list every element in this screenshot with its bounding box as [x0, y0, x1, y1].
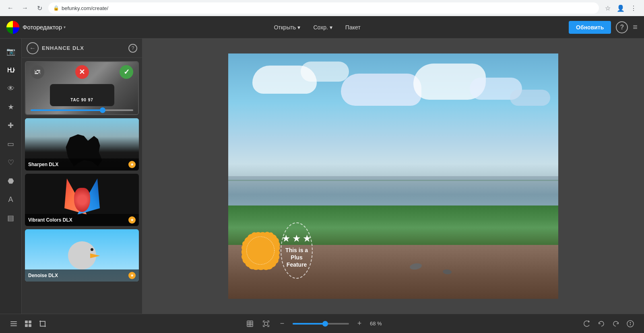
browser-bar: ← → ↻ 🔒 befunky.com/create/ ☆ 👤 ⋮: [0, 0, 644, 16]
sharpen-item[interactable]: Sharpen DLX ★: [25, 118, 139, 171]
svg-rect-17: [29, 321, 31, 323]
svg-point-27: [630, 322, 631, 323]
toolbar-star-btn[interactable]: ★: [3, 99, 19, 115]
badge-line1: This is a Plus: [285, 247, 308, 261]
confirm-control-btn[interactable]: ✓: [120, 65, 133, 79]
panel-title: ENHANCE DLX: [42, 45, 125, 51]
app-title-btn[interactable]: Фоторедактор ▾: [23, 24, 66, 31]
photo-container: ★ ★ ★ This is a Plus Feature: [228, 53, 558, 299]
save-menu[interactable]: Сохр. ▾: [313, 24, 332, 31]
bottom-left-tools: [8, 318, 48, 329]
badge-line2: Feature: [287, 261, 307, 268]
svg-rect-25: [264, 322, 268, 325]
panel-help-button[interactable]: ?: [128, 44, 137, 53]
svg-point-11: [38, 73, 40, 74]
crop-button[interactable]: [37, 318, 48, 329]
layers-button[interactable]: [8, 318, 19, 329]
vibrant-item[interactable]: Vibrant Colors DLX ★: [25, 174, 139, 226]
badge-inner: ★ ★ ★ This is a Plus Feature: [281, 222, 313, 279]
badge-text: This is a Plus Feature: [281, 247, 312, 269]
svg-rect-15: [10, 321, 17, 322]
app-bar-center: Открыть ▾ Сохр. ▾ Пакет: [66, 24, 569, 31]
bookmark-button[interactable]: ☆: [602, 2, 613, 14]
settings-control-btn[interactable]: [31, 65, 44, 79]
help-button[interactable]: ?: [616, 21, 628, 33]
badge-star-2: ★: [292, 233, 301, 244]
vibrant-label: Vibrant Colors DLX ★: [25, 214, 139, 226]
back-button[interactable]: ←: [5, 2, 16, 14]
svg-point-9: [35, 70, 37, 71]
grid-button[interactable]: [23, 318, 34, 329]
active-panel-item[interactable]: ✕ ✓: [25, 61, 139, 115]
toolbar-hex-btn[interactable]: ⬣: [3, 173, 19, 189]
slider-thumb[interactable]: [100, 107, 105, 113]
toolbar-rect-btn[interactable]: ▭: [3, 136, 19, 152]
vibrant-plus-badge: ★: [128, 216, 136, 224]
slider-track: [31, 109, 133, 111]
denoise-plus-badge: ★: [128, 272, 136, 279]
zoom-slider-thumb[interactable]: [322, 321, 328, 327]
side-panel: ← ENHANCE DLX ?: [22, 39, 142, 314]
cancel-control-btn[interactable]: ✕: [75, 65, 89, 79]
upgrade-button[interactable]: Обновить: [569, 21, 611, 34]
svg-rect-19: [29, 324, 31, 327]
zoom-out-button[interactable]: −: [277, 318, 288, 329]
account-button[interactable]: 👤: [615, 2, 626, 14]
toolbar-image-btn[interactable]: 📷: [3, 43, 19, 60]
lock-icon: 🔒: [53, 5, 59, 11]
badge-star-3: ★: [303, 233, 312, 244]
zoom-in-button[interactable]: +: [354, 318, 365, 329]
sharpen-plus-badge: ★: [128, 161, 136, 168]
canvas-area: ★ ★ ★ This is a Plus Feature: [142, 39, 644, 314]
forward-button[interactable]: →: [19, 2, 31, 14]
zoom-slider-track: [293, 323, 349, 325]
svg-rect-16: [25, 321, 28, 323]
badge-svg: [240, 214, 281, 287]
cloud-6: [510, 90, 550, 106]
fullscreen-button[interactable]: [260, 318, 272, 329]
zoom-slider-fill: [293, 323, 325, 325]
refresh-button[interactable]: ↻: [34, 2, 45, 14]
sharpen-label: Sharpen DLX ★: [25, 158, 139, 171]
bottom-right-tools: [581, 318, 636, 329]
address-bar[interactable]: 🔒 befunky.com/create/: [48, 2, 599, 14]
cloud-2: [301, 62, 349, 82]
app-logo: [6, 21, 19, 34]
svg-point-10: [37, 71, 38, 73]
slider-fill: [31, 109, 103, 111]
svg-rect-14: [10, 323, 17, 324]
url-text: befunky.com/create/: [62, 5, 108, 11]
redo-button[interactable]: [610, 318, 621, 329]
toolbar-pattern-btn[interactable]: ▤: [3, 210, 19, 226]
left-toolbar: 📷 👁 ★ ✚ ▭ ♡ ⬣ A ▤: [0, 39, 22, 314]
rotate-button[interactable]: [581, 318, 592, 329]
fit-button[interactable]: [244, 318, 256, 329]
more-button[interactable]: ⋮: [628, 2, 639, 14]
svg-rect-1: [8, 69, 11, 70]
toolbar-heart-btn[interactable]: ♡: [3, 154, 19, 171]
denoise-item[interactable]: Denoise DLX ★: [25, 229, 139, 282]
vibrant-text: Vibrant Colors DLX: [28, 217, 72, 223]
toolbar-adjust-btn[interactable]: [3, 62, 19, 78]
sharpen-text: Sharpen DLX: [28, 162, 58, 167]
badge-star-1: ★: [282, 233, 291, 244]
toolbar-eye-btn[interactable]: 👁: [3, 80, 19, 97]
zoom-slider[interactable]: [293, 323, 349, 325]
app-bar-right: Обновить ? ≡: [569, 21, 638, 34]
hamburger-button[interactable]: ≡: [633, 23, 638, 32]
panel-back-button[interactable]: ←: [27, 42, 39, 54]
effect-slider[interactable]: [31, 109, 133, 111]
bottom-bar: − + 68 %: [0, 314, 644, 333]
main-layout: 📷 👁 ★ ✚ ▭ ♡ ⬣ A ▤ ← ENHANCE DLX ?: [0, 39, 644, 314]
help-info-button[interactable]: [625, 318, 636, 329]
toolbar-plus-btn[interactable]: ✚: [3, 117, 19, 134]
open-menu[interactable]: Открыть ▾: [274, 24, 300, 31]
plus-feature-badge[interactable]: ★ ★ ★ This is a Plus Feature: [240, 214, 313, 287]
svg-rect-20: [247, 321, 253, 327]
cloud-3: [341, 74, 421, 106]
toolbar-text-btn[interactable]: A: [3, 191, 19, 208]
item-controls: ✕ ✓: [26, 62, 138, 82]
pack-menu[interactable]: Пакет: [345, 24, 361, 31]
app-bar: Фоторедактор ▾ Открыть ▾ Сохр. ▾ Пакет О…: [0, 16, 644, 39]
undo-button[interactable]: [596, 318, 607, 329]
